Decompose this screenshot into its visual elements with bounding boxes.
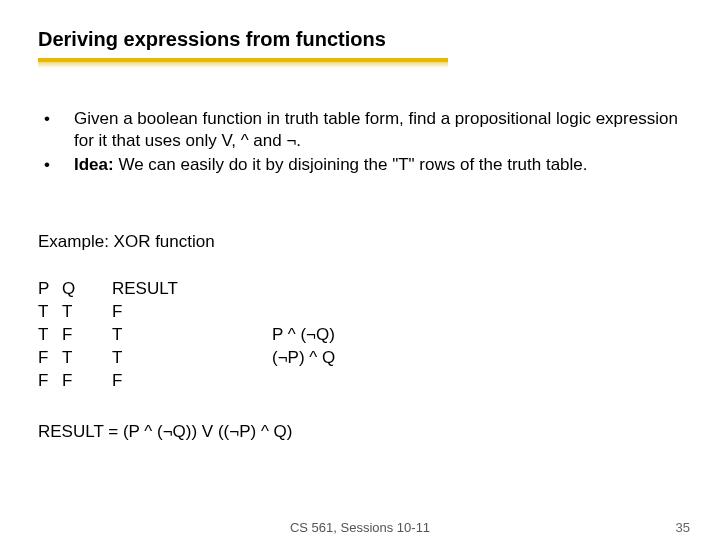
- slide-title: Deriving expressions from functions: [38, 28, 386, 51]
- col-header-expr: [272, 278, 472, 301]
- col-header-q: Q: [62, 278, 112, 301]
- bullet-item: • Idea: We can easily do it by disjoinin…: [38, 154, 678, 176]
- example-label: Example: XOR function: [38, 232, 215, 252]
- idea-label: Idea:: [74, 155, 114, 174]
- table-row: F T T (¬P) ^ Q: [38, 347, 472, 370]
- cell-result: T: [112, 347, 272, 370]
- title-underline: [38, 58, 448, 68]
- cell-p: F: [38, 370, 62, 393]
- cell-expr: [272, 370, 472, 393]
- table-row: F F F: [38, 370, 472, 393]
- cell-q: F: [62, 324, 112, 347]
- cell-expr: [272, 301, 472, 324]
- cell-result: T: [112, 324, 272, 347]
- table-row: T T F: [38, 301, 472, 324]
- bullet-text: Idea: We can easily do it by disjoining …: [74, 154, 678, 176]
- footer-page-number: 35: [676, 520, 690, 535]
- cell-p: F: [38, 347, 62, 370]
- cell-expr: (¬P) ^ Q: [272, 347, 472, 370]
- cell-result: F: [112, 370, 272, 393]
- bullet-text: Given a boolean function in truth table …: [74, 108, 678, 152]
- col-header-p: P: [38, 278, 62, 301]
- cell-result: F: [112, 301, 272, 324]
- bullet-marker: •: [38, 108, 74, 152]
- footer-course: CS 561, Sessions 10-11: [290, 520, 430, 535]
- truth-table: P Q RESULT T T F T F T P ^ (¬Q) F T T (¬…: [38, 278, 472, 393]
- table-row: T F T P ^ (¬Q): [38, 324, 472, 347]
- underline-shadow: [38, 62, 448, 68]
- bullet-marker: •: [38, 154, 74, 176]
- bullet-list: • Given a boolean function in truth tabl…: [38, 108, 678, 177]
- cell-q: F: [62, 370, 112, 393]
- bullet-text-rest: We can easily do it by disjoining the "T…: [114, 155, 588, 174]
- slide: Deriving expressions from functions • Gi…: [0, 0, 720, 540]
- table-header-row: P Q RESULT: [38, 278, 472, 301]
- result-equation: RESULT = (P ^ (¬Q)) V ((¬P) ^ Q): [38, 422, 292, 442]
- cell-q: T: [62, 347, 112, 370]
- bullet-item: • Given a boolean function in truth tabl…: [38, 108, 678, 152]
- cell-expr: P ^ (¬Q): [272, 324, 472, 347]
- cell-p: T: [38, 301, 62, 324]
- col-header-result: RESULT: [112, 278, 272, 301]
- cell-q: T: [62, 301, 112, 324]
- cell-p: T: [38, 324, 62, 347]
